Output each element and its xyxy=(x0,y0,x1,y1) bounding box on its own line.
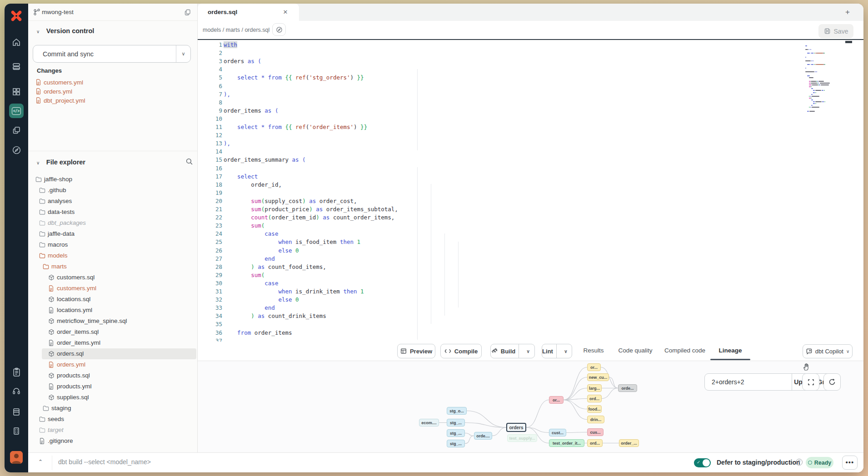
code-line-2[interactable]: 2 xyxy=(198,49,863,57)
file-tree-item-macros[interactable]: macros xyxy=(28,239,197,250)
code-line-17[interactable]: 17 select xyxy=(198,173,863,181)
code-line-3[interactable]: 3orders as ( xyxy=(198,57,863,65)
minimap-slider[interactable] xyxy=(845,41,852,43)
build-button[interactable]: Build∨ xyxy=(490,344,535,358)
build-dropdown-chevron[interactable]: ∨ xyxy=(522,349,534,354)
code-line-23[interactable]: 23 sum( xyxy=(198,222,863,230)
file-tree-item-analyses[interactable]: analyses xyxy=(28,196,197,207)
lineage-node-orde[interactable]: orde... xyxy=(618,384,637,392)
apps-grid-icon[interactable] xyxy=(5,86,28,98)
code-line-19[interactable]: 19 xyxy=(198,189,863,197)
open-in-explorer-button[interactable] xyxy=(272,23,286,36)
home-icon[interactable] xyxy=(5,36,28,48)
tab-code-quality[interactable]: Code quality xyxy=(619,347,653,354)
code-line-34[interactable]: 34 ) as count_drink_items xyxy=(198,312,863,320)
minimap[interactable] xyxy=(803,40,854,340)
file-tree-item-products.sql[interactable]: products.sql xyxy=(28,370,197,381)
preview-button[interactable]: Preview xyxy=(397,344,435,358)
changed-file-customers.yml[interactable]: customers.ymlM xyxy=(28,78,197,87)
code-line-21[interactable]: 21 sum(product_price) as order_items_sub… xyxy=(198,205,863,213)
tab-lineage[interactable]: Lineage xyxy=(719,347,742,354)
lineage-node-ord[interactable]: ord... xyxy=(587,395,602,402)
version-control-section-toggle[interactable]: ∨ Version control xyxy=(36,27,94,35)
lineage-node-ecom[interactable]: ecom.... xyxy=(419,419,439,426)
lineage-node-or[interactable]: or... xyxy=(587,363,601,371)
user-avatar[interactable] xyxy=(10,451,23,464)
file-tree-item-locations.yml[interactable]: locations.yml xyxy=(28,305,197,316)
file-tree-item-models[interactable]: modelsM xyxy=(28,250,197,261)
code-line-31[interactable]: 31 when is_drink_item then 1 xyxy=(198,288,863,296)
lineage-node-test_order_it[interactable]: test_order_it... xyxy=(549,439,584,447)
code-line-14[interactable]: 14 xyxy=(198,148,863,156)
lint-dropdown-chevron[interactable]: ∨ xyxy=(560,349,572,354)
tab-orders-sql[interactable]: orders.sql ✕ xyxy=(198,4,299,21)
file-tree-item-staging[interactable]: staging xyxy=(28,403,197,414)
organization-building-icon[interactable] xyxy=(5,425,28,437)
file-tree-item-customers.yml[interactable]: customers.ymlM xyxy=(28,283,197,294)
file-explorer-section-toggle[interactable]: ∨ File explorer xyxy=(36,158,85,166)
notes-clipboard-icon[interactable] xyxy=(5,366,28,378)
code-line-8[interactable]: 8 xyxy=(198,99,863,107)
save-button[interactable]: Save xyxy=(818,24,853,38)
compile-button[interactable]: Compile xyxy=(440,344,482,358)
file-tree-item-locations.sql[interactable]: locations.sql xyxy=(28,294,197,305)
fullscreen-button[interactable] xyxy=(802,373,819,391)
tab-results[interactable]: Results xyxy=(584,347,604,354)
defer-toggle[interactable]: ✓ xyxy=(694,458,711,467)
copy-icon[interactable] xyxy=(184,9,191,16)
lineage-node-ord[interactable]: ord... xyxy=(587,439,603,447)
code-line-6[interactable]: 6 xyxy=(198,82,863,90)
file-tree-item-orders.yml[interactable]: orders.ymlM xyxy=(28,359,197,370)
file-tree-item-.github[interactable]: .github xyxy=(28,185,197,196)
code-line-25[interactable]: 25 when is_food_item then 1 xyxy=(198,238,863,246)
lineage-node-new_cu[interactable]: new_cu... xyxy=(587,373,609,381)
code-line-26[interactable]: 26 else 0 xyxy=(198,247,863,255)
lineage-node-larg[interactable]: larg... xyxy=(587,384,602,392)
file-tree-item-jaffle-data[interactable]: jaffle-data xyxy=(28,228,197,239)
environments-icon[interactable] xyxy=(5,61,28,73)
file-tree-item-dbt_packages[interactable]: dbt_packages xyxy=(28,218,197,228)
file-tree-item-seeds[interactable]: seeds xyxy=(28,414,197,425)
new-tab-button[interactable]: + xyxy=(843,7,853,17)
code-line-30[interactable]: 30 case xyxy=(198,279,863,288)
code-editor[interactable]: 1with23orders as (45 select * from {{ re… xyxy=(198,40,863,342)
lineage-node-orders[interactable]: orders xyxy=(506,423,526,432)
file-tree-item-target[interactable]: target xyxy=(28,425,197,436)
lineage-node-cus[interactable]: cus... xyxy=(587,428,604,436)
lineage-node-orde[interactable]: orde.... xyxy=(474,432,492,440)
support-headset-icon[interactable] xyxy=(5,385,28,397)
lineage-node-stg_[interactable]: stg_... xyxy=(447,429,465,437)
code-line-10[interactable]: 10 xyxy=(198,115,863,123)
code-line-29[interactable]: 29 sum( xyxy=(198,271,863,279)
develop-ide-icon[interactable]: </> xyxy=(9,104,24,118)
lineage-node-test_supply[interactable]: test_supply... xyxy=(507,434,537,442)
code-line-28[interactable]: 28 ) as count_food_items, xyxy=(198,263,863,271)
info-icon[interactable]: ? xyxy=(796,459,803,466)
lineage-node-drin[interactable]: drin... xyxy=(587,416,604,423)
code-line-7[interactable]: 7), xyxy=(198,90,863,99)
code-line-5[interactable]: 5 select * from {{ ref('stg_orders') }} xyxy=(198,74,863,82)
changed-file-dbt_project.yml[interactable]: dbt_project.ymlM xyxy=(28,96,197,105)
code-line-24[interactable]: 24 case xyxy=(198,230,863,238)
dbt-logo[interactable] xyxy=(5,9,28,23)
code-line-16[interactable]: 16 xyxy=(198,164,863,173)
docs-archive-icon[interactable] xyxy=(5,406,28,418)
commit-and-sync-button[interactable]: Commit and sync ∨ xyxy=(33,45,191,63)
code-line-37[interactable]: 37 xyxy=(198,337,863,342)
code-line-36[interactable]: 36 from order_items xyxy=(198,329,863,337)
explore-compass-icon[interactable] xyxy=(5,144,28,156)
file-tree-item-products.yml[interactable]: products.yml xyxy=(28,381,197,392)
lineage-node-or[interactable]: or... xyxy=(549,396,564,404)
file-tree-item-order_items.yml[interactable]: order_items.yml xyxy=(28,337,197,348)
code-line-13[interactable]: 13), xyxy=(198,139,863,148)
changed-file-orders.yml[interactable]: orders.ymlM xyxy=(28,87,197,96)
dbt-command-input[interactable]: dbt build --select <model_name> xyxy=(58,458,151,466)
code-line-32[interactable]: 32 else 0 xyxy=(198,296,863,304)
code-line-27[interactable]: 27 end xyxy=(198,255,863,263)
file-tree-item-jaffle-shop[interactable]: jaffle-shop xyxy=(28,174,197,185)
lineage-node-stg_[interactable]: stg_... xyxy=(447,440,465,447)
file-tree-item-customers.sql[interactable]: customers.sql xyxy=(28,272,197,283)
lineage-node-cust[interactable]: cust... xyxy=(549,429,566,436)
lineage-node-stg_[interactable]: stg_... xyxy=(447,419,465,426)
dbt-copilot-button[interactable]: dbt Copilot ∨ xyxy=(803,344,853,358)
